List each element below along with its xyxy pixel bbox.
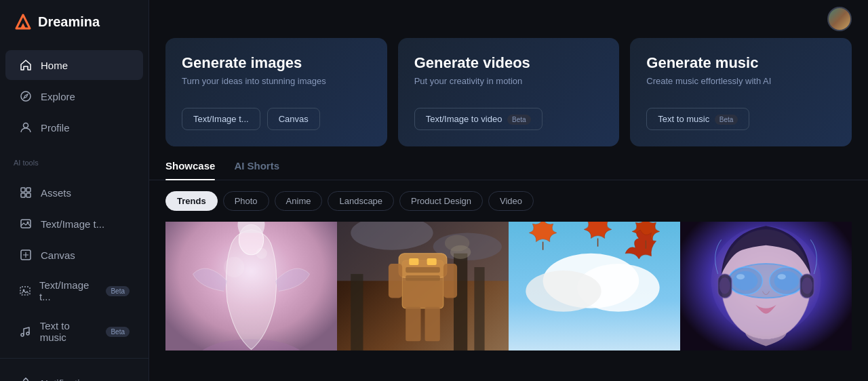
card-videos: Generate videos Put your creativity in m… (398, 38, 620, 146)
ai-tools-label: AI tools (0, 149, 149, 171)
canvas-button[interactable]: Canvas (267, 108, 320, 130)
tools-nav: Assets Text/Image t... Canvas (0, 171, 149, 358)
filter-anime[interactable]: Anime (275, 191, 323, 211)
user-icon (19, 121, 33, 134)
sidebar-item-explore[interactable]: Explore (5, 81, 143, 111)
svg-rect-11 (20, 287, 30, 295)
filter-landscape[interactable]: Landscape (328, 191, 394, 211)
image-icon (19, 217, 33, 230)
sidebar-item-textimage2-label: Text/Image t... (39, 279, 95, 302)
card-music-buttons: Text to music Beta (646, 108, 835, 130)
sidebar-item-textimage[interactable]: Text/Image t... (5, 209, 143, 239)
textimage2-badge: Beta (106, 286, 130, 296)
canvas-icon (19, 248, 33, 262)
image2-icon (19, 284, 31, 298)
texttomusic-button[interactable]: Text to music Beta (646, 108, 749, 130)
sidebar-item-canvas[interactable]: Canvas (5, 240, 143, 270)
sidebar-item-textimage2[interactable]: Text/Image t... Beta (5, 271, 143, 310)
sidebar-item-notifications-label: Notifications (41, 378, 96, 382)
textimage-video-button[interactable]: Text/Image to video Beta (414, 108, 542, 130)
card-videos-title: Generate videos (414, 54, 604, 72)
card-videos-desc: Put your creativity in motion (414, 76, 604, 86)
sidebar-item-home[interactable]: Home (5, 50, 143, 80)
user-avatar[interactable] (827, 7, 852, 31)
svg-point-9 (27, 222, 29, 224)
sidebar-item-home-label: Home (41, 60, 68, 71)
filter-photo[interactable]: Photo (223, 191, 269, 211)
music-beta-badge: Beta (715, 115, 738, 125)
filter-trends[interactable]: Trends (165, 191, 218, 211)
sidebar: Dreamina Home Explore (0, 0, 149, 381)
bell-icon (19, 376, 33, 381)
card-music: Generate music Create music effortlessly… (630, 38, 852, 146)
svg-point-2 (21, 92, 31, 101)
sidebar-item-profile-label: Profile (41, 122, 70, 134)
logo-icon (14, 12, 33, 31)
svg-rect-4 (21, 188, 25, 192)
svg-marker-1 (20, 23, 26, 28)
sidebar-item-assets[interactable]: Assets (5, 178, 143, 207)
gallery-grid (149, 222, 868, 381)
svg-point-13 (21, 334, 24, 336)
main-nav: Home Explore Profile (0, 43, 149, 149)
main-content: Generate images Turn your ideas into stu… (149, 0, 868, 381)
sidebar-item-assets-label: Assets (41, 187, 71, 199)
sidebar-item-explore-label: Explore (41, 91, 75, 102)
card-images-desc: Turn your ideas into stunning images (182, 76, 371, 86)
card-music-desc: Create music effortlessly with AI (646, 76, 835, 86)
svg-rect-6 (21, 193, 25, 197)
logo[interactable]: Dreamina (0, 0, 149, 43)
svg-point-14 (26, 332, 29, 335)
topbar (149, 0, 868, 38)
feature-cards: Generate images Turn your ideas into stu… (149, 38, 868, 160)
home-icon (19, 58, 33, 72)
video-beta-badge: Beta (507, 115, 531, 125)
tab-showcase[interactable]: Showcase (165, 160, 215, 180)
svg-rect-5 (26, 188, 31, 192)
filter-row: Trends Photo Anime Landscape Product Des… (149, 191, 868, 222)
music-icon (19, 325, 32, 338)
sidebar-item-texttomusic[interactable]: Text to music Beta (5, 312, 143, 351)
texttomusic-badge: Beta (106, 327, 130, 337)
sidebar-item-notifications[interactable]: Notifications (5, 368, 143, 381)
gallery-item-2[interactable] (509, 222, 680, 350)
textimage-button[interactable]: Text/Image t... (182, 108, 260, 130)
tabs: Showcase AI Shorts (149, 160, 868, 180)
sidebar-item-texttomusic-label: Text to music (40, 320, 96, 343)
gallery-item-1[interactable] (337, 222, 509, 350)
svg-rect-7 (26, 193, 31, 197)
app-name: Dreamina (38, 14, 100, 30)
compass-icon (19, 89, 33, 103)
svg-point-3 (24, 123, 28, 128)
grid-icon (19, 186, 33, 199)
gallery-item-3[interactable] (680, 222, 852, 350)
filter-product-design[interactable]: Product Design (399, 191, 483, 211)
card-music-title: Generate music (646, 54, 835, 72)
sidebar-item-profile[interactable]: Profile (5, 113, 143, 142)
sidebar-item-canvas-label: Canvas (41, 249, 75, 261)
card-videos-buttons: Text/Image to video Beta (414, 108, 604, 130)
card-images-buttons: Text/Image t... Canvas (182, 108, 371, 130)
sidebar-item-textimage-label: Text/Image t... (41, 218, 104, 230)
gallery-item-0[interactable] (165, 222, 337, 350)
sidebar-bottom: Notifications (0, 358, 149, 381)
card-images-title: Generate images (182, 54, 371, 72)
filter-video[interactable]: Video (488, 191, 534, 211)
svg-rect-8 (21, 220, 31, 228)
tab-ai-shorts[interactable]: AI Shorts (234, 160, 279, 180)
card-images: Generate images Turn your ideas into stu… (165, 38, 387, 146)
